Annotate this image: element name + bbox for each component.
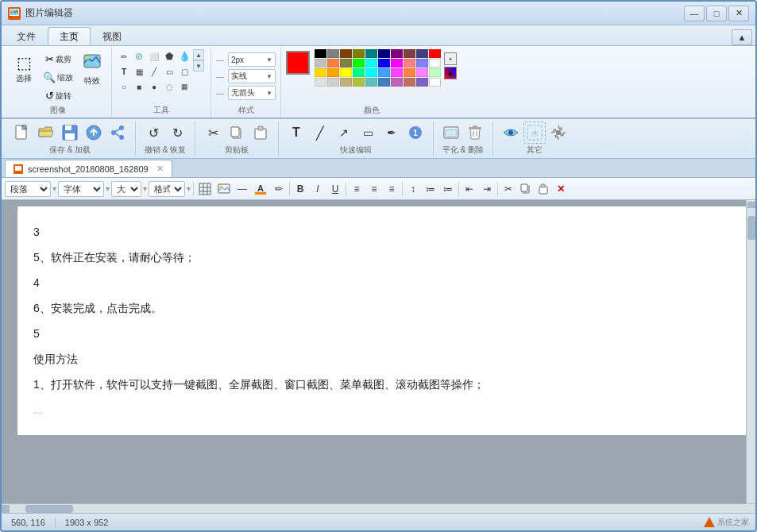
line-tool[interactable]: ╱	[147, 64, 161, 79]
indent-right-btn[interactable]: ⇥	[479, 181, 495, 197]
color-aqua[interactable]	[365, 68, 377, 77]
color-steelblue[interactable]	[378, 78, 390, 87]
rect-tool[interactable]: ▭	[162, 64, 176, 79]
color-white2[interactable]	[429, 78, 441, 87]
color-pink[interactable]	[416, 68, 428, 77]
eye-btn[interactable]	[500, 121, 522, 144]
line-dropdown[interactable]: 实线 ▼	[228, 69, 276, 83]
color-medpurple[interactable]	[391, 78, 403, 87]
color-gradient-button[interactable]: ◈	[444, 67, 457, 79]
color-cyan[interactable]	[365, 59, 377, 67]
color-lightgray2[interactable]	[327, 78, 339, 87]
tools-scroll-down[interactable]: ▼	[193, 60, 204, 71]
align-right-btn[interactable]: ≡	[384, 181, 400, 197]
color-violet[interactable]	[391, 68, 403, 77]
upload-btn[interactable]	[83, 121, 105, 144]
color-medteal[interactable]	[365, 78, 377, 87]
color-lightgreen[interactable]	[429, 68, 441, 77]
open-btn[interactable]	[35, 121, 57, 144]
color-magenta[interactable]	[391, 59, 403, 67]
zoom-button[interactable]: 🔍 缩放	[40, 69, 76, 86]
filled-rect-tool[interactable]: ■	[132, 79, 146, 94]
eraser-tool[interactable]: ⬜	[147, 49, 161, 64]
pattern-tool[interactable]: ▦	[132, 64, 146, 79]
color-maroon[interactable]	[404, 49, 415, 58]
arrow-dropdown[interactable]: 无箭头 ▼	[228, 86, 276, 100]
crop-button[interactable]: ✂ 裁剪	[40, 51, 76, 67]
bold-btn[interactable]: B	[292, 181, 308, 197]
color-text-btn[interactable]: A	[252, 181, 269, 197]
text-tool[interactable]: T	[117, 64, 131, 79]
editor-content[interactable]: 3 5、软件正在安装，请耐心等待； 4 6、安装完成，点击完成。 5 使用方法 …	[17, 206, 746, 435]
underline-btn[interactable]: U	[327, 181, 343, 197]
color-springgreen[interactable]	[353, 68, 365, 77]
line-spacing-btn[interactable]: ↕	[405, 181, 421, 197]
ribbon-collapse-button[interactable]: ▲	[732, 29, 752, 45]
color-yellow[interactable]	[340, 68, 352, 77]
color-darkyellow[interactable]	[340, 59, 352, 67]
tools-scroll-up[interactable]: ▲	[193, 49, 204, 60]
delete-btn[interactable]	[464, 121, 486, 144]
color-darkorange[interactable]	[327, 68, 339, 77]
insert-table-btn[interactable]	[196, 181, 214, 197]
italic-btn[interactable]: I	[310, 181, 326, 197]
unordered-list-btn[interactable]: ≔	[440, 181, 456, 197]
eyedropper-tool[interactable]: 💧	[177, 49, 191, 64]
indent-left-btn[interactable]: ⇤	[462, 181, 477, 197]
select-button[interactable]: ⬚ 选择	[10, 49, 38, 88]
pen-draw-btn[interactable]: ✒	[380, 121, 403, 144]
rotate-button[interactable]: ↺ 旋转	[40, 87, 76, 104]
pencil-tool[interactable]: ✏	[117, 49, 131, 64]
save-btn[interactable]	[59, 121, 81, 144]
color-blue[interactable]	[378, 59, 390, 67]
scissors-btn[interactable]: ✂	[500, 181, 516, 197]
color-orange[interactable]	[327, 59, 339, 67]
vertical-scrollbar[interactable]	[746, 200, 755, 503]
round-rect-tool[interactable]: ▢	[177, 64, 191, 79]
close-button[interactable]: ✕	[728, 6, 749, 21]
color-yellowgreen[interactable]	[353, 78, 365, 87]
color-preview[interactable]	[286, 51, 310, 75]
color-indigo[interactable]	[416, 49, 428, 58]
size-select[interactable]: 大小	[111, 181, 141, 197]
color-medorange[interactable]	[404, 78, 415, 87]
menu-tab-file[interactable]: 文件	[5, 27, 48, 45]
pen-tool-btn[interactable]: ✏	[271, 181, 287, 197]
copy-text-btn[interactable]	[518, 181, 534, 197]
ellipse-tool[interactable]: ○	[117, 79, 131, 94]
special-effects-button[interactable]: 特效	[78, 49, 106, 91]
arrow-draw-btn[interactable]: ↗	[333, 121, 355, 144]
fill-tool[interactable]: ⬟	[162, 49, 176, 64]
paste-btn[interactable]	[249, 121, 272, 144]
insert-image-btn[interactable]	[215, 181, 233, 197]
size-dropdown[interactable]: 2px ▼	[228, 52, 276, 67]
h-scroll-left[interactable]	[2, 505, 10, 513]
color-brown[interactable]	[340, 49, 352, 58]
color-periwinkle[interactable]	[416, 59, 428, 67]
align-center-btn[interactable]: ≡	[366, 181, 382, 197]
scroll-thumb[interactable]	[747, 216, 755, 240]
color-teal[interactable]	[365, 49, 377, 58]
color-medblue[interactable]	[416, 78, 428, 87]
redo-btn[interactable]: ↻	[166, 121, 188, 144]
watermark-btn[interactable]: 水	[523, 121, 546, 144]
blur-tool[interactable]: ◌	[162, 79, 176, 94]
color-navy[interactable]	[378, 49, 390, 58]
paragraph-select[interactable]: 段落	[5, 181, 51, 197]
color-picker-button[interactable]: +	[444, 52, 457, 65]
color-black[interactable]	[315, 49, 326, 58]
color-white[interactable]	[429, 59, 441, 67]
color-lime[interactable]	[353, 59, 365, 67]
color-silver[interactable]	[315, 59, 326, 67]
color-lightgray1[interactable]	[315, 78, 326, 87]
h-scroll-thumb[interactable]	[25, 505, 73, 513]
share-btn[interactable]	[106, 121, 129, 144]
numbering-btn[interactable]: 1	[404, 121, 427, 144]
paste-text-btn[interactable]	[535, 181, 551, 197]
cut-btn[interactable]: ✂	[202, 121, 224, 144]
flatten-btn[interactable]	[440, 121, 462, 144]
align-left-btn[interactable]: ≡	[349, 181, 365, 197]
doc-tab-close[interactable]: ✕	[156, 164, 164, 174]
color-salmon[interactable]	[404, 59, 415, 67]
scroll-up-arrow[interactable]	[747, 202, 755, 208]
